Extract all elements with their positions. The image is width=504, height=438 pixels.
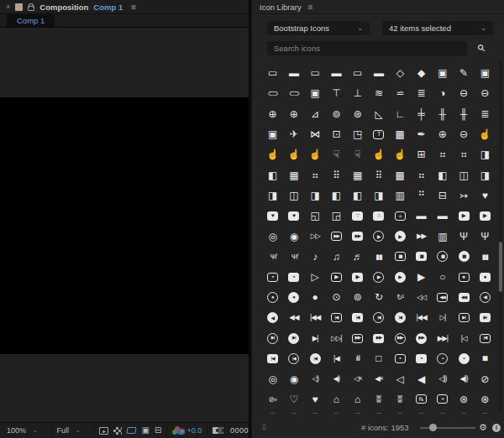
layers-half-icon[interactable]: ⋍ — [390, 83, 411, 103]
items-selected-dropdown[interactable]: 42 items selected ⌄ — [382, 21, 493, 35]
layout-sidebar-right-icon[interactable]: ◨ — [262, 185, 283, 206]
music-note-list-icon[interactable]: ♬ — [347, 247, 368, 267]
arrow-through-heart-fill-icon[interactable]: ♥ — [475, 185, 496, 206]
hand-thumbs-down-icon[interactable]: ☟ — [326, 144, 347, 164]
fast-forward-circle-fill-icon[interactable]: ▶ — [390, 226, 411, 246]
back-icon[interactable]: ▣ — [432, 63, 453, 83]
viewer-tab-comp1[interactable]: Comp 1 — [7, 14, 55, 27]
layers-icon[interactable]: ≋ — [368, 83, 389, 103]
pause-icon[interactable]: ▮▮ — [368, 247, 389, 267]
record-btn-fill-icon[interactable]: ● — [475, 267, 496, 287]
arrow-through-heart-icon[interactable]: ↣ — [453, 185, 474, 206]
film-icon[interactable]: ▥ — [432, 226, 453, 246]
grid-3x2-icon[interactable]: ▦ — [283, 164, 304, 185]
show-snapshot-icon[interactable] — [218, 427, 224, 434]
node-plus-fill-icon[interactable]: ⊕ — [283, 104, 304, 124]
play-btn-fill-icon[interactable]: ▶ — [347, 267, 368, 287]
hand-index-fill-icon[interactable]: ☝ — [305, 144, 326, 164]
virus-icon[interactable]: ⊛ — [453, 389, 474, 409]
sliders2-vertical-icon[interactable]: ╫ — [432, 104, 453, 124]
circle-half-icon[interactable]: ◑ — [432, 83, 453, 103]
send-icon[interactable]: ✈ — [283, 124, 304, 144]
hand-thumb-icon[interactable]: ☝ — [262, 144, 283, 164]
rewind-btn-icon[interactable]: ◀◀ — [432, 287, 453, 307]
node-plus-icon[interactable]: ⊕ — [262, 104, 283, 124]
easel2-fill-icon[interactable]: ▬ — [326, 63, 347, 83]
hand-thumbs-up-fill-icon[interactable]: ☝ — [390, 144, 411, 164]
zoom-in-icon[interactable]: ⊕ — [432, 124, 453, 144]
fast-forward-icon[interactable]: ▷▷ — [305, 226, 326, 246]
disc-icon[interactable]: ◎ — [262, 226, 283, 246]
cassette-icon[interactable]: ∵ — [347, 206, 368, 226]
node-minus-icon[interactable]: ⊖ — [453, 83, 474, 103]
vinyl-icon[interactable]: ◎ — [262, 368, 283, 388]
layout-sidebar-inset-reverse-icon[interactable]: ◨ — [475, 164, 496, 185]
volume-down-icon[interactable]: ◁) — [305, 368, 326, 388]
exclude-icon[interactable]: ▣ — [305, 83, 326, 103]
easel-fill-icon[interactable]: ▬ — [283, 63, 304, 83]
record-icon[interactable]: ○ — [432, 267, 453, 287]
active-comp-name[interactable]: Comp 1 — [93, 3, 123, 12]
record-btn-icon[interactable]: ● — [453, 267, 474, 287]
scrollbar-thumb[interactable] — [499, 242, 502, 292]
stop-circle-fill-icon[interactable]: ▪ — [453, 348, 474, 368]
eyedropper-icon[interactable]: ✎ — [453, 63, 474, 83]
soundwave-icon[interactable]: ılıl — [347, 348, 368, 368]
eraser-fill-icon[interactable]: ◆ — [411, 63, 432, 83]
hospital-fill-icon[interactable]: ⌂ — [347, 389, 368, 409]
skip-end-btn-fill-icon[interactable]: ▶| — [475, 308, 496, 328]
pause-circle-icon[interactable]: ▮▮ — [432, 247, 453, 267]
layers-fill-icon[interactable]: ≣ — [411, 83, 432, 103]
volume-mute-icon[interactable]: ◁× — [347, 368, 368, 388]
panel-drag-icon[interactable] — [15, 3, 23, 11]
mic-fill-icon[interactable]: Ψ — [475, 226, 496, 246]
layout-text-window-reverse-icon[interactable]: ◨ — [368, 185, 389, 206]
play-circle-icon[interactable]: ▶ — [368, 267, 389, 287]
play-fill-icon[interactable]: ▶ — [411, 267, 432, 287]
skip-end-icon[interactable]: ▷| — [432, 308, 453, 328]
volume-up-fill-icon[interactable]: ◀)) — [453, 368, 474, 388]
fast-forward-btn-fill-icon[interactable]: ▶▶ — [347, 226, 368, 246]
lungs-icon[interactable]: ʬ — [368, 389, 389, 409]
easel-icon[interactable]: ▭ — [262, 63, 283, 83]
grid-3x3-gap-fill-icon[interactable]: ⠿ — [326, 164, 347, 185]
disc-fill-icon[interactable]: ◉ — [283, 226, 304, 246]
heart-pulse-fill-icon[interactable]: ♥ — [305, 389, 326, 409]
capsule-icon[interactable]: ⊘ — [475, 368, 496, 388]
search-filter-button[interactable]: ⚲ — [472, 41, 491, 55]
grid-3x3-gap-icon[interactable]: ⠶ — [305, 164, 326, 185]
search-input[interactable] — [267, 41, 467, 55]
snapshot-camera-icon[interactable] — [213, 427, 218, 434]
play-icon[interactable]: ▷ — [305, 267, 326, 287]
union-icon[interactable]: ⊂⊃ — [262, 83, 283, 103]
pip-fill-icon[interactable]: ▪ — [283, 267, 304, 287]
skip-backward-circle-icon[interactable]: |◀ — [368, 308, 389, 328]
skip-start-circle-icon[interactable]: |◀ — [283, 348, 304, 368]
capsule-pill-icon[interactable]: ⊘∘ — [262, 389, 283, 409]
skip-start-fill-icon[interactable]: |◀ — [326, 348, 347, 368]
mic-mute-icon[interactable]: Ψ̸ — [262, 247, 283, 267]
device-hdd-fill-icon[interactable]: ▬ — [411, 206, 432, 226]
info-icon[interactable]: i — [492, 424, 501, 432]
repeat-1-icon[interactable]: ↻¹ — [390, 287, 411, 307]
hospital-icon[interactable]: ⌂ — [326, 389, 347, 409]
stop-btn-icon[interactable]: ▪ — [390, 348, 411, 368]
skip-end-circle-fill-icon[interactable]: ▶| — [283, 328, 304, 348]
record-circle-fill-icon[interactable]: ● — [283, 287, 304, 307]
rewind-circle-fill-icon[interactable]: ◀ — [262, 308, 283, 328]
pause-btn-icon[interactable]: ▮▮ — [390, 247, 411, 267]
stickies-icon[interactable]: ▣ — [262, 124, 283, 144]
skip-forward-btn-icon[interactable]: ▶▶ — [347, 328, 368, 348]
volume-down-fill-icon[interactable]: ◀) — [326, 368, 347, 388]
magnification-dropdown[interactable]: 100% ⌄ — [7, 426, 38, 435]
record-circle-icon[interactable]: ● — [262, 287, 283, 307]
stop-circle-icon[interactable]: ▪ — [432, 348, 453, 368]
volume-off-icon[interactable]: ◁ — [390, 368, 411, 388]
virus2-icon[interactable]: ⊛ — [475, 389, 496, 409]
guides-icon[interactable]: ⊟ — [155, 426, 161, 435]
lungs-fill-icon[interactable]: ʬ — [390, 389, 411, 409]
skip-backward-btn-icon[interactable]: |◀ — [326, 308, 347, 328]
layout-sidebar-inset-icon[interactable]: ◧ — [262, 164, 283, 185]
timecode-value[interactable]: 0000 — [224, 426, 249, 435]
intersect-icon[interactable]: ⊂⊃ — [283, 83, 304, 103]
